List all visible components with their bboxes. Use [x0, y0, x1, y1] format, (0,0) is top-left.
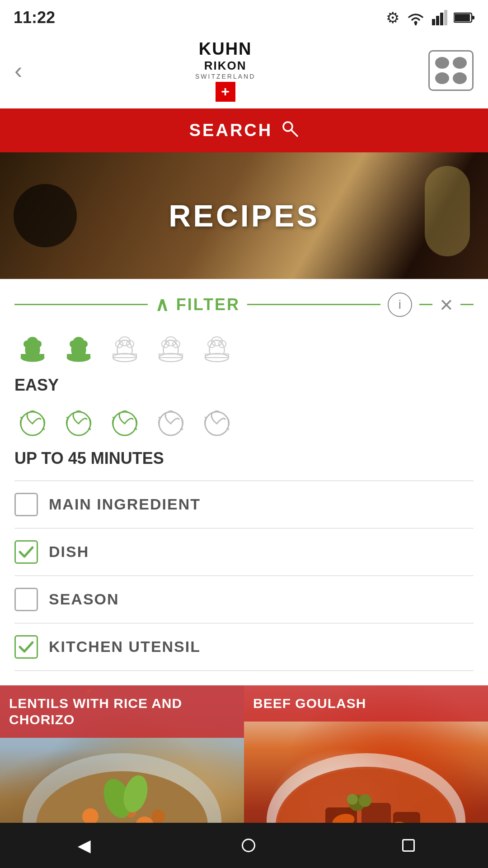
svg-point-42 [82, 808, 99, 825]
recent-nav-button[interactable] [402, 839, 415, 852]
filter-line-end [460, 304, 474, 305]
svg-rect-1 [432, 19, 435, 25]
difficulty-hat-2[interactable] [61, 331, 97, 368]
filter-chevron-icon[interactable]: ∧ [155, 293, 169, 316]
svg-point-14 [34, 340, 42, 348]
time-label: UP TO 45 MINUTES [14, 449, 474, 468]
filter-label-season: SEASON [49, 590, 119, 608]
filter-line-left [14, 304, 148, 305]
time-icon-4[interactable] [153, 405, 189, 441]
difficulty-label: EASY [14, 376, 474, 395]
filter-option-kitchen-utensil[interactable]: KITCHEN UTENSIL [14, 623, 474, 671]
filter-label: FILTER [176, 295, 240, 314]
svg-rect-6 [455, 14, 470, 21]
filter-options: MAIN INGREDIENT DISH SEASON KITCHEN UTEN… [14, 481, 474, 671]
search-icon [281, 119, 299, 142]
filter-section: ∧ FILTER i × [0, 279, 488, 676]
svg-point-19 [80, 340, 88, 348]
svg-rect-4 [444, 10, 447, 25]
recipe-title-lentils: LENTILS WITH RICE AND CHORIZO [9, 696, 182, 727]
svg-rect-16 [67, 354, 90, 359]
logo-line1: KUHN [199, 40, 252, 59]
top-nav: ‹ KUHN RIKON SWITZERLAND [0, 32, 488, 108]
stove-burner [453, 72, 467, 84]
time-icon-1[interactable] [14, 405, 51, 441]
hero-title: RECIPES [169, 198, 319, 233]
status-bar: 11:22 ⚙ [0, 0, 488, 32]
time-icon-5[interactable] [199, 405, 235, 441]
svg-point-13 [23, 340, 31, 348]
filter-option-season[interactable]: SEASON [14, 576, 474, 623]
svg-rect-7 [472, 16, 474, 19]
search-bar[interactable]: SEARCH [0, 108, 488, 152]
time-icon-2[interactable] [61, 405, 97, 441]
difficulty-hat-1[interactable] [14, 331, 51, 368]
recipe-title-beef-goulash: BEEF GOULASH [253, 696, 366, 711]
gear-icon: ⚙ [386, 9, 399, 27]
svg-rect-3 [440, 13, 443, 25]
recipe-title-bar-lentils: LENTILS WITH RICE AND CHORIZO [0, 685, 244, 738]
back-nav-button[interactable]: ◄ [73, 833, 95, 858]
checkbox-season[interactable] [14, 588, 38, 611]
time-row [14, 405, 474, 441]
svg-point-18 [70, 340, 77, 348]
signal-icon [432, 10, 447, 25]
search-label: SEARCH [189, 121, 272, 140]
stove-burner [435, 72, 449, 84]
filter-label-main-ingredient: MAIN INGREDIENT [49, 495, 201, 513]
filter-line-right [247, 304, 380, 305]
hero-banner: RECIPES [0, 152, 488, 279]
info-icon: i [399, 297, 401, 312]
battery-icon [454, 12, 474, 24]
svg-rect-11 [21, 354, 44, 359]
checkbox-main-ingredient[interactable] [14, 493, 38, 516]
difficulty-hat-4[interactable] [153, 331, 189, 368]
difficulty-hat-5[interactable] [199, 331, 235, 368]
recipe-title-bar-beef-goulash: BEEF GOULASH [244, 685, 488, 722]
back-button[interactable]: ‹ [14, 59, 22, 82]
checkbox-dish[interactable] [14, 540, 38, 564]
bottom-nav: ◄ [0, 823, 488, 868]
filter-line-after-info [419, 304, 432, 305]
difficulty-hat-3[interactable] [107, 331, 143, 368]
stove-burner [435, 57, 449, 69]
logo-line2: RIKON [204, 59, 247, 73]
svg-line-9 [291, 130, 297, 136]
filter-info-button[interactable]: i [388, 292, 412, 317]
time-icon-3[interactable] [107, 405, 143, 441]
logo-area: KUHN RIKON SWITZERLAND [195, 40, 255, 102]
filter-label-kitchen-utensil: KITCHEN UTENSIL [49, 638, 201, 656]
status-time: 11:22 [14, 8, 55, 27]
difficulty-row [14, 331, 474, 368]
filter-label-dish: DISH [49, 543, 89, 561]
svg-point-47 [151, 810, 165, 823]
logo-sub: SWITZERLAND [195, 73, 255, 80]
filter-close-button[interactable]: × [440, 292, 453, 318]
status-icons: ⚙ [386, 9, 474, 27]
filter-header: ∧ FILTER i × [14, 292, 474, 318]
swiss-cross-icon [216, 82, 235, 102]
filter-option-dish[interactable]: DISH [14, 528, 474, 576]
checkbox-kitchen-utensil[interactable] [14, 635, 38, 659]
stove-icon-button[interactable] [428, 50, 474, 91]
filter-option-main-ingredient[interactable]: MAIN INGREDIENT [14, 481, 474, 528]
stove-burner [453, 57, 467, 69]
wifi-icon [406, 10, 426, 25]
svg-point-0 [414, 21, 418, 24]
svg-rect-2 [436, 16, 439, 25]
home-nav-button[interactable] [242, 839, 255, 852]
